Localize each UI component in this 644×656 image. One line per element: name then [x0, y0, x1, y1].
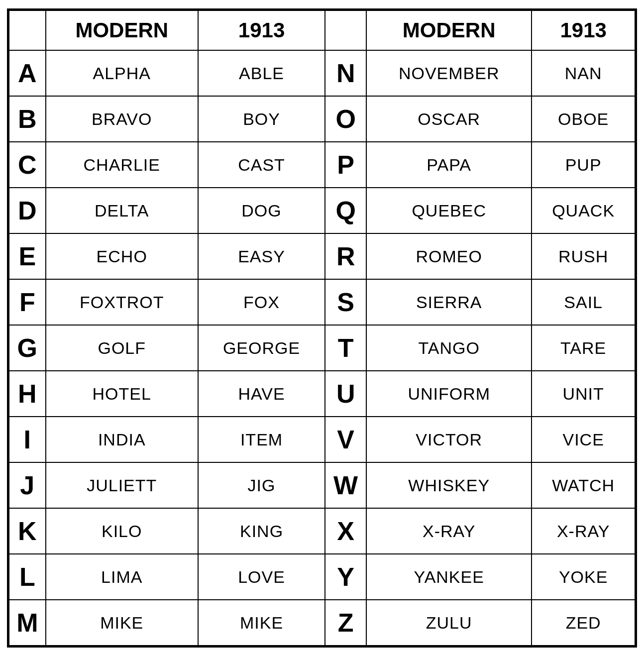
modern-cell-left: CHARLIE — [46, 142, 198, 188]
modern-cell-left: GOLF — [46, 325, 198, 371]
modern-cell-left: LIMA — [46, 554, 198, 600]
modern-cell-right: WHISKEY — [366, 462, 532, 508]
header-col4-empty — [325, 10, 366, 50]
old-cell-left: ITEM — [198, 417, 325, 462]
letter-cell-right: V — [325, 417, 366, 462]
modern-cell-left: HOTEL — [46, 371, 198, 417]
letter-cell-left: B — [9, 96, 46, 142]
letter-cell-right: N — [325, 50, 366, 96]
old-cell-right: RUSH — [532, 233, 635, 279]
table-row: AALPHAABLENNOVEMBERNAN — [9, 50, 635, 96]
old-cell-left: KING — [198, 508, 325, 554]
letter-cell-left: E — [9, 233, 46, 279]
old-cell-right: WATCH — [532, 462, 635, 508]
modern-cell-left: MIKE — [46, 600, 198, 646]
modern-cell-right: TANGO — [366, 325, 532, 371]
letter-cell-left: K — [9, 508, 46, 554]
modern-cell-right: NOVEMBER — [366, 50, 532, 96]
modern-cell-left: FOXTROT — [46, 279, 198, 325]
letter-cell-left: G — [9, 325, 46, 371]
old-cell-right: VICE — [532, 417, 635, 462]
old-cell-left: MIKE — [198, 600, 325, 646]
old-cell-right: TARE — [532, 325, 635, 371]
table-row: KKILOKINGXX-RAYX-RAY — [9, 508, 635, 554]
modern-cell-right: ZULU — [366, 600, 532, 646]
letter-cell-left: D — [9, 188, 46, 233]
modern-cell-right: YANKEE — [366, 554, 532, 600]
old-cell-left: ABLE — [198, 50, 325, 96]
table-row: GGOLFGEORGETTANGOTARE — [9, 325, 635, 371]
old-cell-left: CAST — [198, 142, 325, 188]
modern-cell-right: UNIFORM — [366, 371, 532, 417]
letter-cell-right: S — [325, 279, 366, 325]
old-cell-left: GEORGE — [198, 325, 325, 371]
letter-cell-right: U — [325, 371, 366, 417]
modern-cell-left: ALPHA — [46, 50, 198, 96]
letter-cell-right: P — [325, 142, 366, 188]
old-cell-left: BOY — [198, 96, 325, 142]
modern-cell-right: ROMEO — [366, 233, 532, 279]
table-row: JJULIETTJIGWWHISKEYWATCH — [9, 462, 635, 508]
header-modern2: MODERN — [366, 10, 532, 50]
header-year2: 1913 — [532, 10, 635, 50]
modern-cell-right: SIERRA — [366, 279, 532, 325]
header-row: MODERN 1913 MODERN 1913 — [9, 10, 635, 50]
old-cell-right: SAIL — [532, 279, 635, 325]
old-cell-right: YOKE — [532, 554, 635, 600]
table-row: CCHARLIECASTPPAPAPUP — [9, 142, 635, 188]
modern-cell-right: OSCAR — [366, 96, 532, 142]
table-row: BBRAVOBOYOOSCAROBOE — [9, 96, 635, 142]
letter-cell-left: H — [9, 371, 46, 417]
old-cell-left: EASY — [198, 233, 325, 279]
letter-cell-right: X — [325, 508, 366, 554]
phonetic-alphabet-table: MODERN 1913 MODERN 1913 AALPHAABLENNOVEM… — [7, 8, 637, 648]
letter-cell-right: Q — [325, 188, 366, 233]
table-row: FFOXTROTFOXSSIERRASAIL — [9, 279, 635, 325]
modern-cell-right: VICTOR — [366, 417, 532, 462]
old-cell-left: FOX — [198, 279, 325, 325]
old-cell-left: DOG — [198, 188, 325, 233]
letter-cell-left: I — [9, 417, 46, 462]
letter-cell-left: A — [9, 50, 46, 96]
old-cell-right: X-RAY — [532, 508, 635, 554]
modern-cell-left: INDIA — [46, 417, 198, 462]
table-row: IINDIAITEMVVICTORVICE — [9, 417, 635, 462]
old-cell-left: JIG — [198, 462, 325, 508]
table-row: EECHOEASYRROMEORUSH — [9, 233, 635, 279]
modern-cell-right: PAPA — [366, 142, 532, 188]
old-cell-right: OBOE — [532, 96, 635, 142]
letter-cell-right: R — [325, 233, 366, 279]
modern-cell-left: ECHO — [46, 233, 198, 279]
modern-cell-left: BRAVO — [46, 96, 198, 142]
letter-cell-right: W — [325, 462, 366, 508]
old-cell-left: HAVE — [198, 371, 325, 417]
old-cell-right: UNIT — [532, 371, 635, 417]
letter-cell-right: T — [325, 325, 366, 371]
header-year1: 1913 — [198, 10, 325, 50]
header-col1-empty — [9, 10, 46, 50]
old-cell-right: QUACK — [532, 188, 635, 233]
letter-cell-left: L — [9, 554, 46, 600]
letter-cell-left: M — [9, 600, 46, 646]
old-cell-right: PUP — [532, 142, 635, 188]
table-row: HHOTELHAVEUUNIFORMUNIT — [9, 371, 635, 417]
letter-cell-left: C — [9, 142, 46, 188]
modern-cell-left: DELTA — [46, 188, 198, 233]
header-modern1: MODERN — [46, 10, 198, 50]
modern-cell-right: X-RAY — [366, 508, 532, 554]
letter-cell-left: F — [9, 279, 46, 325]
table-row: MMIKEMIKEZZULUZED — [9, 600, 635, 646]
old-cell-right: NAN — [532, 50, 635, 96]
letter-cell-right: O — [325, 96, 366, 142]
letter-cell-right: Y — [325, 554, 366, 600]
modern-cell-right: QUEBEC — [366, 188, 532, 233]
old-cell-right: ZED — [532, 600, 635, 646]
letter-cell-right: Z — [325, 600, 366, 646]
modern-cell-left: KILO — [46, 508, 198, 554]
modern-cell-left: JULIETT — [46, 462, 198, 508]
table-row: LLIMALOVEYYANKEEYOKE — [9, 554, 635, 600]
letter-cell-left: J — [9, 462, 46, 508]
table-row: DDELTADOGQQUEBECQUACK — [9, 188, 635, 233]
old-cell-left: LOVE — [198, 554, 325, 600]
